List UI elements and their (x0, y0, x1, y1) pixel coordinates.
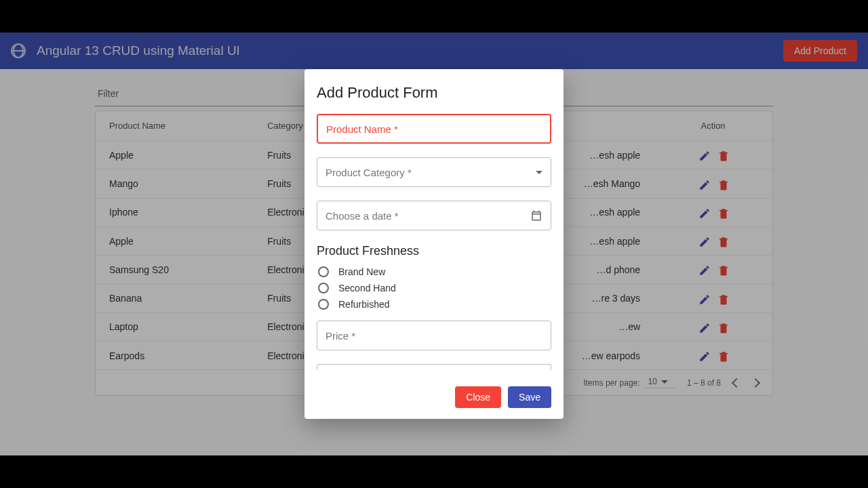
letterbox-bottom (0, 455, 868, 488)
save-button[interactable]: Save (508, 386, 551, 408)
freshness-option-refurb[interactable]: Refurbished (318, 299, 550, 310)
add-product-dialog: Add Product Form Product Name * Product … (304, 69, 564, 419)
product-category-select[interactable]: Product Category * (317, 157, 551, 187)
freshness-heading: Product Freshness (317, 244, 551, 258)
close-button[interactable]: Close (455, 386, 501, 408)
dialog-actions: Close Save (317, 377, 551, 408)
calendar-icon[interactable] (530, 209, 542, 222)
dialog-overlay[interactable]: Add Product Form Product Name * Product … (0, 33, 868, 455)
radio-icon (318, 283, 329, 293)
freshness-option-new[interactable]: Brand New (318, 266, 550, 277)
radio-icon (318, 266, 329, 277)
letterbox-top (0, 0, 868, 33)
product-name-input[interactable]: Product Name * (317, 114, 551, 144)
dialog-title: Add Product Form (317, 84, 551, 102)
price-input[interactable]: Price * (317, 321, 551, 350)
next-field-peek[interactable] (317, 364, 551, 371)
radio-icon (318, 299, 329, 310)
freshness-option-second[interactable]: Second Hand (318, 283, 550, 293)
date-input[interactable]: Choose a date * (317, 201, 551, 230)
app-root: Angular 13 CRUD using Material UI Add Pr… (0, 33, 868, 455)
caret-down-icon (536, 171, 542, 174)
